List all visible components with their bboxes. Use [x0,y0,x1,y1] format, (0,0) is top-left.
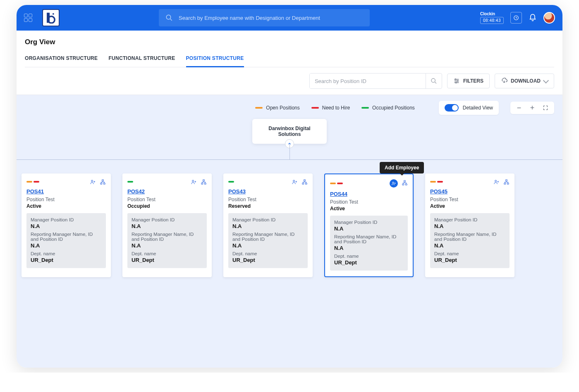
svg-rect-25 [402,184,404,185]
search-icon [431,78,437,84]
svg-rect-28 [505,179,507,181]
org-tree-icon[interactable] [200,178,207,185]
status-bars [127,181,133,183]
position-id-link[interactable]: POS44 [330,191,347,197]
detailed-view-switch[interactable] [445,104,459,112]
position-id-link[interactable]: POS45 [430,188,447,195]
svg-point-1 [166,15,171,19]
position-status: Active [430,203,510,209]
legend-hire: Need to Hire [311,105,350,111]
add-employee-icon[interactable] [190,178,197,185]
svg-point-19 [293,180,294,182]
clockin-label: Clockin [480,12,495,16]
position-card[interactable]: POS43Position TestReservedManager Positi… [223,173,313,277]
legend-occupied: Occupied Positions [361,105,415,111]
svg-rect-20 [304,179,305,181]
add-employee-icon[interactable] [89,178,96,185]
position-status: Active [26,203,106,209]
clock-icon [513,15,519,21]
svg-point-6 [455,82,457,83]
status-bars [330,183,343,184]
status-bars [228,181,234,183]
position-card[interactable]: POS42Position TestOccupiedManager Positi… [122,173,212,277]
filters-button[interactable]: FILTERS [447,74,490,88]
position-search-button[interactable] [426,74,442,88]
zoom-out-button[interactable]: − [515,104,523,112]
connector-vertical [290,144,290,159]
svg-point-23 [392,182,394,183]
clock-history-button[interactable] [510,12,522,24]
position-card[interactable]: POS45Position TestActiveManager Position… [425,173,514,277]
position-search [309,73,442,89]
svg-rect-17 [201,183,203,184]
bell-icon[interactable] [529,14,537,22]
svg-point-27 [495,180,496,182]
position-details: Manager Position IDN.AReporting Manager … [26,213,106,268]
avatar[interactable] [543,12,555,24]
position-title: Position Test [228,197,308,202]
global-search[interactable] [159,9,370,26]
org-tree-icon[interactable] [401,179,408,186]
svg-point-5 [457,81,458,82]
add-employee-icon[interactable] [390,179,398,188]
tab-position-structure[interactable]: POSITION STRUCTURE [186,51,244,67]
position-search-input[interactable] [310,74,426,88]
svg-rect-14 [103,183,105,184]
svg-rect-22 [305,183,307,184]
svg-rect-18 [204,183,206,184]
add-employee-tooltip: Add Employee [380,162,424,173]
fullscreen-button[interactable] [542,104,549,112]
download-icon [501,78,507,84]
download-button[interactable]: DOWNLOAD [495,74,554,88]
add-employee-icon[interactable] [493,178,500,185]
position-details: Manager Position IDN.AReporting Manager … [228,213,308,268]
topbar-right: Clockin 08:48:43 [480,12,555,24]
position-status: Active [330,206,408,211]
position-card[interactable]: POS41Position TestActiveManager Position… [22,173,111,277]
tab-organisation-structure[interactable]: ORGANISATION STRUCTURE [25,51,98,67]
svg-point-15 [192,180,194,182]
legend-row: Open Positions Need to Hire Occupied Pos… [25,101,554,115]
svg-rect-30 [507,183,509,184]
org-canvas[interactable]: Open Positions Need to Hire Occupied Pos… [17,95,562,368]
page-header: Org View ORGANISATION STRUCTUREFUNCTIONA… [17,31,562,67]
zoom-controls: − + [510,102,554,114]
detailed-view-toggle: Detailed View [439,101,499,115]
position-id-link[interactable]: POS41 [26,188,44,195]
logo[interactable] [42,9,60,26]
legend-open: Open Positions [255,105,299,111]
clockin-widget[interactable]: Clockin 08:48:43 [480,12,504,24]
position-title: Position Test [127,197,207,202]
expand-icon [543,105,548,111]
topbar: Clockin 08:48:43 [17,5,562,31]
download-label: DOWNLOAD [511,78,541,84]
tabs: ORGANISATION STRUCTUREFUNCTIONAL STRUCTU… [25,51,554,67]
svg-point-3 [431,78,435,82]
apps-grid-icon[interactable] [24,14,32,22]
tab-functional-structure[interactable]: FUNCTIONAL STRUCTURE [108,51,175,67]
root-node[interactable]: Darwinbox Digital Solutions [252,119,327,144]
position-details: Manager Position IDN.AReporting Manager … [330,216,408,271]
detailed-view-label: Detailed View [463,105,493,111]
zoom-in-button[interactable]: + [529,104,536,112]
svg-rect-21 [302,183,304,184]
toolbar: FILTERS DOWNLOAD [17,67,562,95]
global-search-input[interactable] [179,15,363,21]
position-title: Position Test [330,199,408,205]
filters-label: FILTERS [463,78,483,84]
position-card[interactable]: POS44Position TestActiveManager Position… [324,173,414,277]
position-status: Occupied [127,203,207,209]
org-tree-icon[interactable] [99,178,106,185]
position-id-link[interactable]: POS43 [228,188,246,195]
position-title: Position Test [26,197,106,202]
position-details: Manager Position IDN.AReporting Manager … [127,213,207,268]
svg-rect-16 [203,179,204,181]
add-employee-icon[interactable] [291,178,298,185]
org-tree-icon[interactable] [503,178,510,185]
svg-point-4 [455,79,456,80]
org-tree-icon[interactable] [301,178,308,185]
position-id-link[interactable]: POS42 [127,188,145,195]
root-node-title: Darwinbox Digital Solutions [268,126,310,137]
svg-rect-13 [100,183,102,184]
position-details: Manager Position IDN.AReporting Manager … [430,213,510,268]
